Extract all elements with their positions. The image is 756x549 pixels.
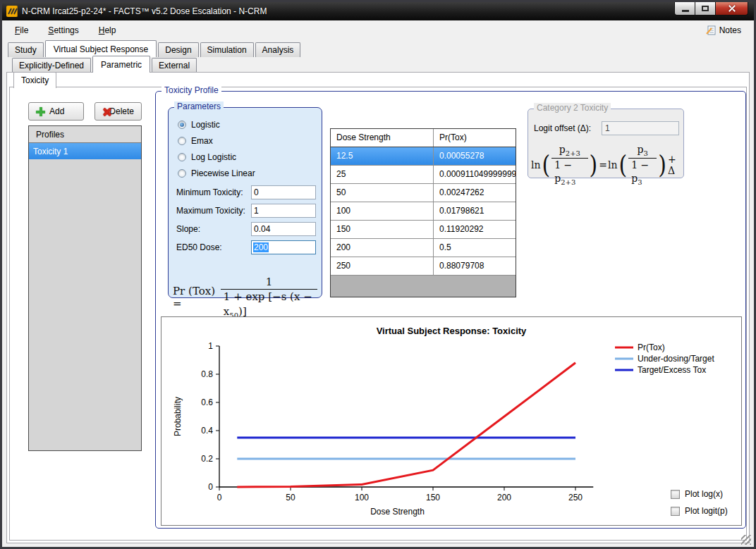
cell-dose: 50 bbox=[331, 184, 434, 202]
slope-field[interactable] bbox=[251, 222, 316, 236]
table-row[interactable]: 150 0.11920292 bbox=[331, 221, 516, 239]
maximize-button[interactable] bbox=[695, 2, 716, 16]
max-toxicity-field[interactable] bbox=[251, 204, 316, 218]
col-dose-strength[interactable]: Dose Strength bbox=[331, 129, 434, 147]
y-axis-label: Probability bbox=[173, 397, 183, 436]
menu-bar: File Settings Help Notes bbox=[2, 20, 754, 39]
cell-prtox: 0.01798621 bbox=[434, 202, 516, 220]
min-toxicity-field[interactable] bbox=[251, 185, 316, 199]
delete-label: Delete bbox=[109, 106, 134, 116]
radio-on-icon bbox=[178, 121, 186, 129]
tab-external[interactable]: External bbox=[152, 58, 197, 73]
formula-numerator: 1 bbox=[263, 275, 276, 289]
radio-piecewise-linear-label: Piecewise Linear bbox=[191, 168, 255, 178]
y-tick-label: 0.4 bbox=[201, 426, 213, 436]
menu-help[interactable]: Help bbox=[92, 23, 123, 38]
cell-prtox: 0.11920292 bbox=[434, 221, 516, 238]
tab-explicitly-defined[interactable]: Explicitly-Defined bbox=[12, 58, 91, 73]
ed50-dose-field[interactable]: 200 bbox=[251, 240, 316, 254]
tab-toxicity[interactable]: Toxicity bbox=[13, 72, 56, 88]
delete-profile-button[interactable]: Delete bbox=[94, 102, 142, 121]
parameters-title: Parameters bbox=[174, 101, 224, 111]
cell-dose: 100 bbox=[331, 202, 434, 220]
minimize-icon bbox=[682, 10, 689, 12]
min-toxicity-label: Minimum Toxicity: bbox=[176, 187, 243, 197]
tab-virtual-subject-response[interactable]: Virtual Subject Response bbox=[45, 40, 157, 57]
title-bar[interactable]: N-CRM Ircat25-p2-24* - FACTS™ v5.2 Dose … bbox=[2, 2, 754, 20]
table-row[interactable]: 50 0.00247262 bbox=[331, 184, 516, 202]
series-Pr(Tox) bbox=[237, 363, 575, 487]
notes-button[interactable]: Notes bbox=[702, 23, 744, 37]
legend-label: Under-dosing/Target bbox=[638, 354, 714, 364]
profiles-header: Profiles bbox=[29, 126, 141, 143]
profile-row-toxicity-1[interactable]: Toxicity 1 bbox=[29, 143, 141, 159]
app-window: N-CRM Ircat25-p2-24* - FACTS™ v5.2 Dose … bbox=[0, 0, 756, 549]
cell-dose: 250 bbox=[331, 257, 434, 275]
tab-study[interactable]: Study bbox=[8, 42, 44, 57]
radio-piecewise-linear[interactable]: Piecewise Linear bbox=[178, 168, 255, 178]
formula-lhs: Pr (Tox) = bbox=[173, 285, 217, 310]
x-tick-label: 50 bbox=[286, 493, 295, 502]
dose-table: Dose Strength Pr(Tox) 12.5 0.00055278 25… bbox=[330, 128, 516, 297]
radio-logistic[interactable]: Logistic bbox=[178, 120, 220, 130]
x-tick-label: 200 bbox=[497, 493, 511, 502]
tab-design[interactable]: Design bbox=[158, 42, 198, 57]
cell-dose: 12.5 bbox=[331, 147, 434, 165]
y-tick-label: 0 bbox=[208, 482, 213, 492]
plot-logx-checkbox[interactable]: Plot log(x) bbox=[671, 489, 723, 499]
cell-dose: 25 bbox=[331, 166, 434, 183]
table-row[interactable]: 250 0.88079708 bbox=[331, 257, 516, 276]
menu-settings[interactable]: Settings bbox=[41, 23, 85, 38]
cell-prtox: 0.00091104999999999... bbox=[434, 166, 516, 183]
radio-emax-label: Emax bbox=[191, 136, 213, 146]
cell-prtox: 0.00247262 bbox=[434, 184, 516, 202]
notes-icon bbox=[705, 25, 717, 36]
plot-logitp-checkbox[interactable]: Plot logit(p) bbox=[671, 506, 728, 516]
maximize-icon bbox=[702, 6, 709, 11]
radio-log-logistic[interactable]: Log Logistic bbox=[178, 152, 236, 162]
y-tick-label: 0.2 bbox=[201, 454, 213, 464]
y-tick-label: 0.6 bbox=[201, 397, 213, 407]
plot-logx-label: Plot log(x) bbox=[685, 489, 723, 499]
cell-prtox: 0.00055278 bbox=[434, 147, 516, 165]
table-row[interactable]: 200 0.5 bbox=[331, 239, 516, 257]
minimize-button[interactable] bbox=[674, 2, 695, 16]
category2-formula: ln ( p2+3 1 − p2+3 ) = ln ( p3 1 − p3 ) … bbox=[531, 143, 682, 187]
radio-off-icon bbox=[178, 137, 186, 145]
radio-logistic-label: Logistic bbox=[191, 120, 220, 130]
x-tick-label: 150 bbox=[426, 493, 440, 502]
close-button[interactable] bbox=[716, 2, 748, 16]
cell-dose: 200 bbox=[331, 239, 434, 257]
tab-simulation[interactable]: Simulation bbox=[200, 42, 254, 57]
x-tick-label: 250 bbox=[568, 493, 583, 502]
logit-offset-field bbox=[602, 121, 679, 135]
radio-log-logistic-label: Log Logistic bbox=[191, 152, 236, 162]
col-prtox[interactable]: Pr(Tox) bbox=[434, 129, 516, 147]
chart-panel: Virtual Subject Response: Toxicity 05010… bbox=[161, 316, 742, 526]
cell-prtox: 0.88079708 bbox=[434, 257, 516, 275]
y-tick-label: 0.8 bbox=[201, 369, 213, 379]
add-profile-button[interactable]: Add bbox=[28, 102, 84, 121]
x-tick-label: 100 bbox=[355, 493, 369, 502]
formula-denominator: 1 + exp [−s (x − x50)] bbox=[221, 289, 317, 320]
menu-file[interactable]: File bbox=[8, 23, 35, 38]
logit-offset-label: Logit offset (Δ): bbox=[534, 123, 591, 133]
profiles-list: Profiles Toxicity 1 bbox=[28, 125, 142, 451]
table-row[interactable]: 25 0.00091104999999999... bbox=[331, 166, 516, 184]
plus-icon bbox=[36, 107, 45, 116]
tab-parametric[interactable]: Parametric bbox=[92, 56, 150, 73]
main-tab-strip: Study Virtual Subject Response Design Si… bbox=[8, 39, 302, 57]
toxicity-profile-title: Toxicity Profile bbox=[161, 85, 221, 95]
table-row[interactable]: 100 0.01798621 bbox=[331, 202, 516, 221]
tab-analysis[interactable]: Analysis bbox=[255, 42, 301, 57]
radio-emax[interactable]: Emax bbox=[178, 136, 213, 146]
x-axis-label: Dose Strength bbox=[370, 507, 425, 517]
cell-dose: 150 bbox=[331, 221, 434, 238]
notes-label: Notes bbox=[719, 25, 741, 35]
y-tick-label: 1 bbox=[208, 341, 213, 351]
app-icon bbox=[6, 6, 18, 17]
resize-grip[interactable] bbox=[741, 535, 751, 545]
parameters-group: Parameters Logistic Emax Log Logistic Pi… bbox=[168, 107, 322, 298]
max-toxicity-label: Maximum Toxicity: bbox=[176, 206, 245, 216]
table-row[interactable]: 12.5 0.00055278 bbox=[331, 147, 516, 166]
